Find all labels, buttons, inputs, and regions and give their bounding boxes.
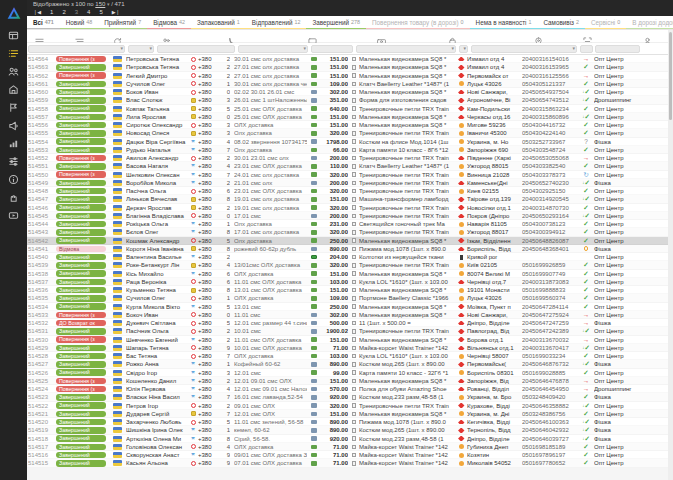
column-filter-3[interactable] (238, 45, 308, 53)
table-row[interactable]: 514527ЗавершенийРожко Анна*+3801Кофейный… (27, 360, 668, 368)
table-row[interactable]: 514557ЗавершенийЛила Ярослав+380025.01 с… (27, 113, 668, 121)
table-row[interactable]: 514531ЗавершенийПасічник Ольга+380210.01… (27, 327, 668, 335)
records-shown[interactable]: Відображено з 100 по 150 ▾ / 471 (27, 0, 673, 8)
info-icon[interactable] (0, 170, 27, 188)
table-row[interactable]: 514541ВідмоваКоротя Ніна Іванівна+3808ро… (27, 245, 668, 253)
tab-6[interactable]: Завершений278 (306, 16, 366, 30)
table-row[interactable]: 514555ЗавершенийНовосад Олеся+3803Олх до… (27, 129, 668, 137)
comment-text: 16.01 смс лаванда,52-54 (234, 393, 307, 401)
tab-11[interactable]: В дорозі додому0 (626, 16, 673, 30)
table-row[interactable]: 514548ЗавершенийПасічна Ольга+380623.01 … (27, 187, 668, 195)
table-row[interactable]: 514543ЗавершенийБєлов Олег*+380817.01 см… (27, 228, 668, 236)
app-logo-icon[interactable] (0, 0, 27, 26)
table-row[interactable]: 514552Повернення (зАвилов Александр+3802… (27, 154, 668, 162)
stats-icon[interactable] (0, 134, 27, 152)
page-button-5[interactable]: 5 (99, 8, 102, 16)
table-row[interactable]: 514559ЗавершенийВлас Слотюк+380326.01 см… (27, 96, 668, 104)
table-row[interactable]: 514516ЗавершенийСкворунская Анаст*+38090… (27, 451, 668, 459)
tab-3[interactable]: Відмова42 (147, 16, 191, 30)
table-row[interactable]: 514522ЗавершенийПетров Ігор+380209.01 см… (27, 402, 668, 410)
table-row[interactable]: 514549ЗавершенийВоробйов Микола*+380221.… (27, 179, 668, 187)
table-row[interactable]: 514519ЗавершенийШишкіна Ірина Олек*+3801… (27, 426, 668, 434)
table-row[interactable]: 514525Повернення (зКошеленко Данил*+3802… (27, 377, 668, 385)
phone-number: +380 (198, 286, 220, 294)
vertical-scrollbar[interactable] (668, 30, 673, 480)
table-row[interactable]: 514542ЗавершенийКошмак Александр+3805Олх… (27, 237, 668, 245)
page-button-1[interactable]: 1 (50, 8, 53, 16)
table-row[interactable]: 514553ЗавершенийРудько Наталья*+3807Олх … (27, 146, 668, 154)
table-row[interactable]: 514551ЗавершенийБасова Наталя*+380423.01… (27, 162, 668, 170)
announce-icon[interactable] (0, 116, 27, 134)
orders-icon[interactable] (0, 44, 27, 62)
tab-2[interactable]: Прийнятий7 (98, 16, 147, 30)
tab-9[interactable]: Самовивіз2 (537, 16, 584, 30)
column-filter-0[interactable] (28, 45, 125, 53)
tab-4[interactable]: Запакований1 (191, 16, 246, 30)
first-page-icon[interactable]: ❘◀ (33, 8, 41, 16)
page-button-4[interactable]: 4 (87, 8, 90, 16)
tab-10[interactable]: Сервісні0 (585, 16, 626, 30)
column-filter-8[interactable] (580, 45, 593, 53)
table-row[interactable]: 514545ЗавершенийБлагінна Владіслава+3800… (27, 212, 668, 220)
support-icon[interactable] (0, 188, 27, 206)
tab-7[interactable]: Повернення товару (в дорозі)0 (366, 16, 470, 30)
scrollbar-thumb[interactable] (669, 32, 672, 120)
page-button-2[interactable]: 2 (62, 8, 65, 16)
table-row[interactable]: 514523ЗавершенийВласюк Ніна Васил*+38071… (27, 393, 668, 401)
table-row[interactable]: 514538ЗавершенийКісь Михайло*+3806ОЛХ до… (27, 270, 668, 278)
table-row[interactable]: 514528ЗавершенийБас Тетяна+3807ОЛХ доста… (27, 352, 668, 360)
table-row[interactable]: 514533Повернення (зБокоч Иван+380011.01 … (27, 311, 668, 319)
table-row[interactable]: 514564Повернення (зПетровська Тетяна+380… (27, 55, 668, 63)
tab-8[interactable]: Нема в наявності1 (470, 16, 538, 30)
table-row[interactable]: 514561ЗавершенийСучилов Олег+380130.01 с… (27, 80, 668, 88)
chevron-down-icon[interactable]: ▾ (107, 1, 110, 7)
table-row[interactable]: 514539ЗавершенийРоке-Бетанкурт Лін+38041… (27, 261, 668, 269)
table-row[interactable]: 514529ЗавершенийШапарь Тетяна+380910.01 … (27, 344, 668, 352)
table-row[interactable]: 514517ЗавершенийГоловінова Олексан+3804О… (27, 443, 668, 451)
table-row[interactable]: 514524Повернення (зЮлія Первова*+380412.… (27, 385, 668, 393)
olx-source-icon (191, 420, 196, 425)
table-row[interactable]: 514530Повернення (зШевченко Евгений*+380… (27, 336, 668, 344)
dashboard-icon[interactable] (0, 26, 27, 44)
column-filter-7[interactable] (471, 45, 577, 53)
table-row[interactable]: 514520ЗавершенийЗахарченко Любовь+380511… (27, 418, 668, 426)
table-row[interactable]: 514532ДО Возврат окДукевич Світлана+3805… (27, 319, 668, 327)
column-filter-2[interactable] (157, 45, 235, 53)
table-row[interactable]: 514563ЗавершенийПетровська Тетяна+380227… (27, 63, 668, 71)
video-icon[interactable] (0, 206, 27, 224)
column-filter-4[interactable] (311, 45, 353, 53)
table-row[interactable]: 514556ЗавершенийСиротюк Олександр+3803ОЛ… (27, 121, 668, 129)
per-page-value[interactable]: 150 (95, 1, 105, 7)
settings-icon[interactable] (0, 152, 27, 170)
table-row[interactable]: 514521ЗавершенийДударев Сергій+380712.01… (27, 410, 668, 418)
promo-icon[interactable] (0, 98, 27, 116)
table-row[interactable]: 514537ЗавершенийРаца Вероніка+380611.01 … (27, 278, 668, 286)
table-row[interactable]: 514562Повернення (зЛегкий Дмитро+380227.… (27, 72, 668, 80)
table-row[interactable]: 514535ЗавершенийСучилов Олег+3801ОЛХ дос… (27, 294, 668, 302)
table-row[interactable]: 514534ЗавершенийКурта Микола Вікто*+3805… (27, 303, 668, 311)
last-page-icon[interactable]: ▶❘ (112, 8, 120, 16)
table-row[interactable]: 514536ЗавершенийКузьменко Тетяна+380813.… (27, 286, 668, 294)
tab-5[interactable]: Відправлений12 (246, 16, 307, 30)
table-row[interactable]: 514526ЗавершенийСвідро Ігор*+380312.01 с… (27, 369, 668, 377)
table-row[interactable]: 514560ЗавершенийБоков Иван+380002.02 30.… (27, 88, 668, 96)
tab-1[interactable]: Новий48 (60, 16, 98, 30)
tab-all[interactable]: Всі471 (27, 16, 60, 30)
column-filter-6[interactable] (459, 45, 468, 53)
table-row[interactable]: 514546ЗавершенийДеркач Ярослав+380219.01… (27, 204, 668, 212)
table-row[interactable]: 514558ЗавершенийКовпак Татьяна+380525.01… (27, 105, 668, 113)
status-tabs: Всі471Новий48Прийнятий7Відмова42Запакова… (27, 16, 673, 30)
table-row[interactable]: 514518ЗавершенийАртюхіна Олена Ми*+3808С… (27, 435, 668, 443)
column-filter-9[interactable] (595, 45, 640, 53)
column-filter-1[interactable] (128, 45, 154, 53)
table-row[interactable]: 514544ЗавершенийРокіцька Ольга*+3801Олх … (27, 220, 668, 228)
table-row[interactable]: 514547ЗавершенийЛиньков Вячеслав+380819.… (27, 195, 668, 203)
shop-icon[interactable] (0, 80, 27, 98)
page-button-3[interactable]: 3 (75, 8, 78, 16)
column-filter-5[interactable] (356, 45, 456, 53)
table-row[interactable]: 514540ЗавершенийВалентина Василье*+38022… (27, 253, 668, 261)
table-row[interactable]: 514515ЗавершенийКасьян Альона+380907.01 … (27, 459, 668, 467)
table-row[interactable]: 514554ЗавершенийДацюк Віра Сергіївна*+38… (27, 138, 668, 146)
contacts-icon[interactable] (0, 62, 27, 80)
table-row[interactable]: 514550Повернення (зШелковин Олексан*+380… (27, 171, 668, 179)
